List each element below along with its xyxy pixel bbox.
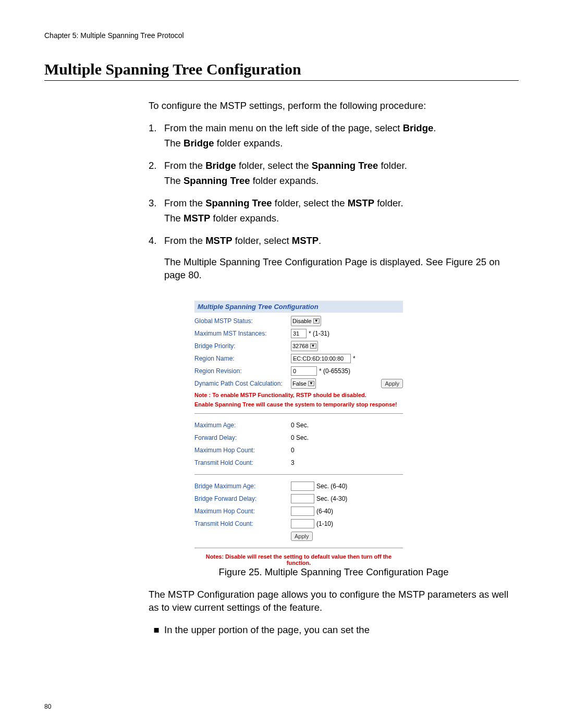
step-2: 2. From the Bridge folder, select the Sp… xyxy=(149,159,519,188)
field-label: Maximum Hop Count: xyxy=(194,508,291,515)
field-value: 0 Sec. xyxy=(291,422,403,429)
page-title: Multiple Spanning Tree Configuration xyxy=(44,60,519,81)
max-mst-instances-input[interactable] xyxy=(291,329,307,338)
field-label: Region Name: xyxy=(194,355,291,362)
row-max-hop-input: Maximum Hop Count: (6-40) xyxy=(194,505,403,517)
row-bridge-forward-delay: Bridge Forward Delay: Sec. (4-30) xyxy=(194,492,403,505)
bridge-forward-delay-input[interactable] xyxy=(291,494,314,503)
row-apply-bottom: Apply xyxy=(194,530,403,542)
note-rstp-disabled: Note : To enable MSTP Functionality, RST… xyxy=(194,391,403,399)
step-content: From the MSTP folder, select MSTP. The M… xyxy=(164,235,519,291)
region-revision-input[interactable] xyxy=(291,366,317,376)
field-label: Transmit Hold Count: xyxy=(194,459,291,466)
bullet-list: ■ In the upper portion of the page, you … xyxy=(149,624,519,637)
global-mstp-status-select[interactable]: Disable▼ xyxy=(291,316,321,326)
divider xyxy=(194,548,403,548)
row-region-name: Region Name: * xyxy=(194,352,403,365)
row-global-mstp-status: Global MSTP Status: Disable▼ xyxy=(194,315,403,327)
body-text: To configure the MSTP settings, perform … xyxy=(149,100,519,291)
field-label: Dynamic Path Cost Calculation: xyxy=(194,380,291,387)
page: Chapter 5: Multiple Spanning Tree Protoc… xyxy=(0,0,563,728)
procedure-list: 1. From the main menu on the left side o… xyxy=(149,122,519,291)
field-label: Bridge Maximum Age: xyxy=(194,483,291,490)
chevron-down-icon: ▼ xyxy=(310,343,316,349)
step-3: 3. From the Spanning Tree folder, select… xyxy=(149,197,519,225)
figure-caption: Figure 25. Multiple Spanning Tree Config… xyxy=(149,566,519,579)
figure-panel: Multiple Spanning Tree Configuration Glo… xyxy=(194,301,403,566)
step-1: 1. From the main menu on the left side o… xyxy=(149,122,519,150)
row-max-hop: Maximum Hop Count: 0 xyxy=(194,444,403,456)
page-number: 80 xyxy=(44,703,51,710)
panel-title: Multiple Spanning Tree Configuration xyxy=(194,301,403,313)
field-label: Global MSTP Status: xyxy=(194,317,291,325)
field-label: Maximum Hop Count: xyxy=(194,447,291,454)
bullet-item: ■ In the upper portion of the page, you … xyxy=(149,624,519,637)
dynamic-path-cost-select[interactable]: False▼ xyxy=(291,378,316,389)
row-transmit-hold-input: Transmit Hold Count: (1-10) xyxy=(194,517,403,530)
field-value: 3 xyxy=(291,459,403,466)
note-disable-reset: Notes: Disable will reset the setting to… xyxy=(194,553,403,566)
row-bridge-max-age: Bridge Maximum Age: Sec. (6-40) xyxy=(194,480,403,492)
field-label: Region Revision: xyxy=(194,367,291,375)
intro-paragraph: To configure the MSTP settings, perform … xyxy=(149,100,519,113)
region-name-input[interactable] xyxy=(291,354,351,363)
step-result: The Multiple Spanning Tree Configuration… xyxy=(164,256,519,282)
row-region-revision: Region Revision: * (0-65535) xyxy=(194,365,403,377)
note-stop-response: Enable Spanning Tree will cause the syst… xyxy=(194,401,403,409)
field-hint: * (1-31) xyxy=(309,330,329,337)
field-hint: Sec. (6-40) xyxy=(316,483,347,490)
field-label: Forward Delay: xyxy=(194,434,291,441)
field-label: Transmit Hold Count: xyxy=(194,520,291,527)
bullet-icon: ■ xyxy=(149,624,164,637)
field-label: Bridge Priority: xyxy=(194,342,291,350)
step-content: From the Bridge folder, select the Spann… xyxy=(164,159,519,188)
field-value: 0 Sec. xyxy=(291,434,403,441)
step-number: 1. xyxy=(149,122,164,150)
step-content: From the Spanning Tree folder, select th… xyxy=(164,197,519,225)
row-bridge-priority: Bridge Priority: 32768▼ xyxy=(194,340,403,352)
step-content: From the main menu on the left side of t… xyxy=(164,122,519,150)
max-hop-input[interactable] xyxy=(291,507,314,516)
row-max-mst-instances: Maximum MST Instances: * (1-31) xyxy=(194,327,403,340)
row-max-age: Maximum Age: 0 Sec. xyxy=(194,419,403,431)
field-label: Maximum MST Instances: xyxy=(194,330,291,337)
after-paragraph: The MSTP Configuration page allows you t… xyxy=(149,588,519,614)
transmit-hold-input[interactable] xyxy=(291,519,314,528)
step-number: 4. xyxy=(149,235,164,291)
bullet-text: In the upper portion of the page, you ca… xyxy=(164,624,370,637)
row-dynamic-path-cost: Dynamic Path Cost Calculation: False▼ Ap… xyxy=(194,377,403,390)
divider xyxy=(194,413,403,414)
config-form: Global MSTP Status: Disable▼ Maximum MST… xyxy=(194,313,403,566)
apply-button-top[interactable]: Apply xyxy=(381,379,403,388)
apply-button-bottom[interactable]: Apply xyxy=(291,532,313,541)
step-number: 2. xyxy=(149,159,164,188)
bridge-max-age-input[interactable] xyxy=(291,482,314,491)
step-number: 3. xyxy=(149,197,164,225)
row-transmit-hold: Transmit Hold Count: 3 xyxy=(194,456,403,469)
field-label: Bridge Forward Delay: xyxy=(194,495,291,502)
field-hint: Sec. (4-30) xyxy=(316,495,347,502)
divider xyxy=(194,474,403,475)
field-hint: (1-10) xyxy=(316,520,333,527)
chevron-down-icon: ▼ xyxy=(313,318,320,324)
step-4: 4. From the MSTP folder, select MSTP. Th… xyxy=(149,235,519,291)
after-figure: Figure 25. Multiple Spanning Tree Config… xyxy=(149,566,519,637)
chevron-down-icon: ▼ xyxy=(308,381,314,386)
row-forward-delay: Forward Delay: 0 Sec. xyxy=(194,431,403,444)
field-hint: * xyxy=(353,355,356,362)
field-label: Maximum Age: xyxy=(194,422,291,429)
field-hint: * (0-65535) xyxy=(319,367,350,375)
field-value: 0 xyxy=(291,447,403,454)
chapter-label: Chapter 5: Multiple Spanning Tree Protoc… xyxy=(44,31,519,40)
bridge-priority-select[interactable]: 32768▼ xyxy=(291,341,318,351)
field-hint: (6-40) xyxy=(316,508,333,515)
